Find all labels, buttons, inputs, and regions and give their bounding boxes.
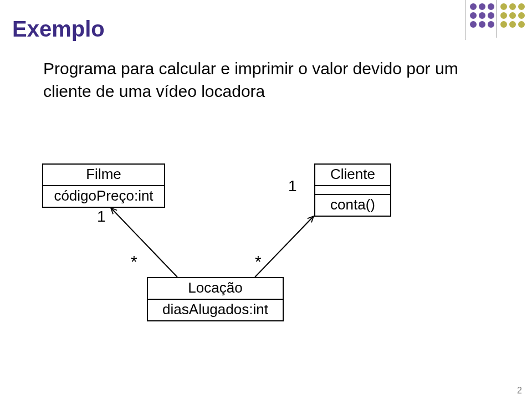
multiplicity-locacao-right: *	[255, 252, 262, 271]
uml-class-empty	[315, 185, 390, 194]
page-title: Exemplo	[12, 17, 105, 42]
uml-class-locacao: Locação diasAlugados:int	[147, 277, 284, 321]
description-text: Programa para calcular e imprimir o valo…	[43, 58, 470, 103]
uml-class-attr: diasAlugados:int	[148, 299, 283, 320]
uml-class-cliente: Cliente conta()	[314, 163, 391, 217]
multiplicity-cliente: 1	[288, 177, 297, 195]
uml-class-attr: códigoPreço:int	[43, 185, 164, 207]
svg-line-1	[255, 216, 314, 277]
decorative-dot-motif	[466, 0, 532, 44]
uml-class-name: Filme	[43, 165, 164, 185]
uml-class-filme: Filme códigoPreço:int	[42, 163, 165, 208]
multiplicity-locacao-left: *	[131, 252, 137, 271]
uml-class-op: conta()	[315, 194, 390, 216]
multiplicity-filme: 1	[97, 208, 106, 226]
uml-class-name: Locação	[148, 278, 283, 299]
slide-number: 2	[517, 386, 522, 396]
uml-class-name: Cliente	[315, 165, 390, 185]
svg-line-0	[111, 208, 177, 277]
